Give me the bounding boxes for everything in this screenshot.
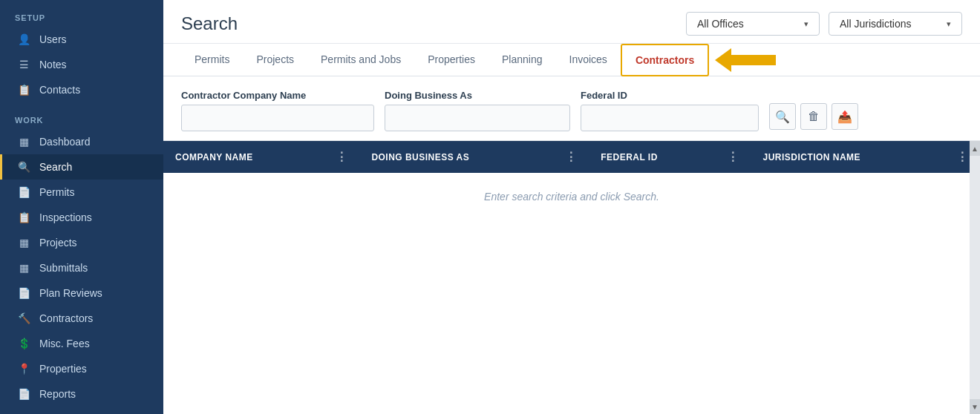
chevron-down-icon: ▾ <box>947 19 951 29</box>
dashboard-icon: ▦ <box>17 136 30 148</box>
results-table: COMPANY NAME ⋮ DOING BUSINESS AS ⋮ FEDER… <box>163 141 980 220</box>
work-section-label: WORK <box>0 102 163 129</box>
sidebar-item-submittals[interactable]: ▦ Submittals <box>0 255 163 280</box>
col-menu-dots[interactable]: ⋮ <box>565 150 577 164</box>
col-federal-id: FEDERAL ID ⋮ <box>589 141 751 173</box>
projects-icon: ▦ <box>17 237 30 249</box>
reports-icon: 📄 <box>17 388 30 400</box>
jurisdictions-dropdown-label: All Jurisdictions <box>840 18 911 30</box>
col-menu-dots[interactable]: ⋮ <box>956 150 968 164</box>
table-header-row: COMPANY NAME ⋮ DOING BUSINESS AS ⋮ FEDER… <box>163 141 980 173</box>
setup-section-label: SETUP <box>0 0 163 27</box>
col-company-name: COMPANY NAME ⋮ <box>163 141 359 173</box>
sidebar-item-label: Projects <box>39 237 77 249</box>
results-table-wrapper: COMPANY NAME ⋮ DOING BUSINESS AS ⋮ FEDER… <box>163 141 980 414</box>
action-buttons: 🔍 🗑 📤 <box>769 103 858 131</box>
sidebar-item-misc-fees[interactable]: 💲 Misc. Fees <box>0 331 163 356</box>
offices-dropdown[interactable]: All Offices ▾ <box>686 12 820 36</box>
dba-label: Doing Business As <box>385 90 570 101</box>
sidebar-item-notes[interactable]: ☰ Notes <box>0 52 163 77</box>
permits-icon: 📄 <box>17 186 30 198</box>
offices-dropdown-label: All Offices <box>697 18 744 30</box>
sidebar-item-label: Users <box>39 33 67 45</box>
user-icon: 👤 <box>17 33 30 45</box>
company-name-input[interactable] <box>181 105 374 131</box>
col-menu-dots[interactable]: ⋮ <box>336 150 347 164</box>
submittals-icon: ▦ <box>17 262 30 274</box>
empty-state-row: Enter search criteria and click Search. <box>163 173 980 220</box>
sidebar-item-contacts[interactable]: 📋 Contacts <box>0 77 163 102</box>
sidebar-item-label: Permits <box>39 186 74 198</box>
sidebar-item-label: Plan Reviews <box>39 287 102 299</box>
chevron-down-icon: ▾ <box>804 19 808 29</box>
col-dba: DOING BUSINESS AS ⋮ <box>359 141 589 173</box>
company-name-field-group: Contractor Company Name <box>181 90 374 131</box>
sidebar-item-label: Submittals <box>39 262 88 274</box>
dba-input[interactable] <box>385 105 570 131</box>
search-icon: 🔍 <box>17 161 30 173</box>
tab-planning[interactable]: Planning <box>489 45 556 76</box>
sidebar-item-label: Contacts <box>39 84 80 96</box>
contacts-icon: 📋 <box>17 84 30 96</box>
sidebar-item-users[interactable]: 👤 Users <box>0 27 163 52</box>
properties-icon: 📍 <box>17 363 30 375</box>
sidebar-item-contractors[interactable]: 🔨 Contractors <box>0 306 163 331</box>
scroll-handle: ▲ ▼ <box>970 141 980 414</box>
clear-button[interactable]: 🗑 <box>800 103 827 130</box>
tab-projects[interactable]: Projects <box>243 45 307 76</box>
search-button[interactable]: 🔍 <box>769 103 796 130</box>
tab-contractors[interactable]: Contractors <box>621 44 709 76</box>
federal-id-label: Federal ID <box>581 90 759 101</box>
tab-properties[interactable]: Properties <box>414 45 489 76</box>
sidebar-item-plan-reviews[interactable]: 📄 Plan Reviews <box>0 280 163 306</box>
sidebar-item-permits[interactable]: 📄 Permits <box>0 180 163 205</box>
federal-id-field-group: Federal ID <box>581 90 759 131</box>
col-menu-dots[interactable]: ⋮ <box>727 150 739 164</box>
export-button[interactable]: 📤 <box>832 103 858 130</box>
sidebar-item-label: Dashboard <box>39 136 91 148</box>
sidebar-item-label: Reports <box>39 388 76 400</box>
arrow-annotation <box>715 48 776 72</box>
tab-permits-and-jobs[interactable]: Permits and Jobs <box>307 45 414 76</box>
sidebar-item-label: Contractors <box>39 312 93 324</box>
sidebar-item-dashboard[interactable]: ▦ Dashboard <box>0 129 163 154</box>
tabs-bar: Permits Projects Permits and Jobs Proper… <box>163 44 980 76</box>
plan-reviews-icon: 📄 <box>17 287 30 299</box>
sidebar-item-label: Notes <box>39 59 67 70</box>
sidebar-item-label: Search <box>39 161 72 173</box>
sidebar-item-projects[interactable]: ▦ Projects <box>0 230 163 255</box>
scroll-down-button[interactable]: ▼ <box>970 399 980 414</box>
misc-fees-icon: 💲 <box>17 338 30 349</box>
sidebar-item-label: Inspections <box>39 211 92 223</box>
tab-permits[interactable]: Permits <box>181 45 243 76</box>
sidebar-item-search[interactable]: 🔍 Search <box>0 154 163 180</box>
arrow-body <box>731 55 776 65</box>
search-form: Contractor Company Name Doing Business A… <box>163 76 980 141</box>
dba-field-group: Doing Business As <box>385 90 570 131</box>
page-title: Search <box>181 13 677 34</box>
main-content: Search All Offices ▾ All Jurisdictions ▾… <box>163 0 980 414</box>
sidebar-item-label: Properties <box>39 363 87 375</box>
sidebar-item-reports[interactable]: 📄 Reports <box>0 381 163 407</box>
header: Search All Offices ▾ All Jurisdictions ▾ <box>163 0 980 44</box>
sidebar-item-label: Misc. Fees <box>39 338 90 349</box>
inspections-icon: 📋 <box>17 211 30 223</box>
sidebar: SETUP 👤 Users ☰ Notes 📋 Contacts WORK ▦ … <box>0 0 163 414</box>
tab-invoices[interactable]: Invoices <box>556 45 621 76</box>
company-name-label: Contractor Company Name <box>181 90 374 101</box>
sidebar-item-inspections[interactable]: 📋 Inspections <box>0 205 163 230</box>
sidebar-item-properties[interactable]: 📍 Properties <box>0 356 163 381</box>
col-jurisdiction: JURISDICTION NAME ⋮ <box>751 141 980 173</box>
jurisdictions-dropdown[interactable]: All Jurisdictions ▾ <box>829 12 962 36</box>
contractors-icon: 🔨 <box>17 312 30 324</box>
scroll-up-button[interactable]: ▲ <box>970 141 980 156</box>
federal-id-input[interactable] <box>581 105 759 131</box>
arrow-head <box>715 48 731 72</box>
empty-state-message: Enter search criteria and click Search. <box>163 173 980 220</box>
notes-icon: ☰ <box>17 59 30 70</box>
